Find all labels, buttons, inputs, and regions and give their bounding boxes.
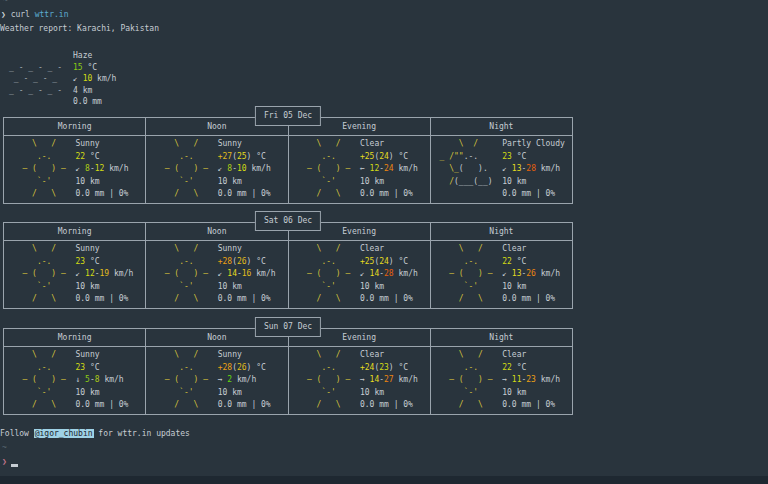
sunny-icon: \ / (150, 138, 217, 151)
forecast-line: .-. +28(26) °C (150, 362, 287, 375)
current-text: 0.0 mm (73, 96, 102, 108)
cell-text: 10 km (502, 176, 526, 189)
terminal-screen[interactable]: ~ ❯ curl wttr.in Weather report: Karachi… (0, 0, 768, 484)
bottom-bar (0, 476, 768, 484)
footer-suffix: for wttr.in updates (94, 429, 190, 438)
wttr-url-link[interactable]: wttr.in (35, 10, 69, 19)
forecast-line: `-' 10 km (8, 387, 145, 400)
sunny-icon: .-. (293, 151, 360, 164)
forecast-line: _ /"".-. 23 °C (435, 151, 572, 164)
cell-text: 0.0 mm | 0% (502, 293, 555, 306)
cell-text: 0.0 mm | 0% (75, 293, 128, 306)
forecast-line: `-' 10 km (293, 176, 430, 189)
sunny-icon: \ / (8, 243, 75, 256)
cell-text: ↙ 13-26 km/h (502, 268, 560, 281)
column-header-night: Night (431, 329, 572, 346)
sunny-icon: / \ (293, 399, 360, 412)
forecast-cell-evening: \ / Clear .-. +24(23) °C — ( ) — → 14-27… (289, 347, 431, 414)
date-label: Sat 06 Dec (255, 211, 321, 231)
column-header-night: Night (431, 223, 572, 240)
cell-text: 23 °C (75, 256, 99, 269)
sunny-icon: `-' (8, 387, 75, 400)
cell-text: 0.0 mm | 0% (360, 188, 413, 201)
forecast-cell-night: \ / Clear .-. 22 °C — ( ) — → 11-23 km/h… (431, 347, 572, 414)
sunny-icon: `-' (293, 281, 360, 294)
sunny-icon: / \ (293, 293, 360, 306)
current-line: Haze (1, 50, 116, 62)
forecast-line: \ / Sunny (150, 243, 287, 256)
sunny-icon: .-. (293, 256, 360, 269)
forecast-line: / \ 0.0 mm | 0% (435, 399, 572, 412)
cell-text: 10 km (502, 281, 526, 294)
sunny-icon: .-. (8, 256, 75, 269)
current-text: Haze (73, 50, 92, 62)
sunny-icon: `-' (150, 281, 217, 294)
forecast-cell-morning: \ / Sunny .-. 22 °C — ( ) — ↙ 8-12 km/h … (4, 136, 146, 203)
footer-note: Follow @igor_chubin for wttr.in updates (0, 428, 190, 440)
sunny-icon: `-' (8, 281, 75, 294)
date-label: Fri 05 Dec (255, 106, 321, 126)
forecast-cell-noon: \ / Sunny .-. +28(26) °C — ( ) — ↙ 14-16… (146, 241, 288, 308)
forecast-line: `-' 10 km (435, 281, 572, 294)
forecast-line: — ( ) — ↓ 5-8 km/h (8, 374, 145, 387)
sunny-icon: / \ (8, 399, 75, 412)
cell-text: 10 km (360, 176, 384, 189)
forecast-line: `-' 10 km (8, 281, 145, 294)
partly-cloudy-icon: _ /"".-. (435, 151, 502, 164)
twitter-handle-badge[interactable]: @igor_chubin (34, 429, 94, 438)
cell-text: 22 °C (502, 362, 526, 375)
sunny-icon: / \ (150, 399, 217, 412)
sunny-icon: — ( ) — (293, 374, 360, 387)
forecast-line: \ / Clear (293, 243, 430, 256)
forecast-line: — ( ) — ↙ 8-10 km/h (150, 163, 287, 176)
current-text: 15 °C (73, 62, 97, 74)
sunny-icon: `-' (8, 176, 75, 189)
forecast-line: — ( ) — → 2 km/h (150, 374, 287, 387)
sunny-icon: `-' (150, 387, 217, 400)
cell-text: 22 °C (502, 256, 526, 269)
shell-tilde: ~ (3, 0, 8, 7)
shell-tilde: ~ (2, 442, 7, 454)
cell-text: 10 km (75, 281, 99, 294)
sunny-icon: — ( ) — (435, 268, 502, 281)
prompt-icon: ❯ (2, 456, 7, 468)
forecast-line: .-. +25(24) °C (293, 256, 430, 269)
forecast-line: — ( ) — ↙ 12-19 km/h (8, 268, 145, 281)
cell-text: Clear (360, 138, 384, 151)
forecast-table-sun: Sun 07 DecMorningNoonEveningNight \ / Su… (3, 328, 573, 415)
forecast-line: \ / Clear (435, 243, 572, 256)
haze-icon: _ - _ - _ - (1, 62, 73, 74)
sunny-icon: \ / (293, 349, 360, 362)
column-header-morning: Morning (4, 329, 146, 346)
sunny-icon: — ( ) — (150, 268, 217, 281)
partly-cloudy-icon: \_( ). (435, 163, 502, 176)
sunny-icon: / \ (435, 399, 502, 412)
partly-cloudy-icon (435, 188, 502, 201)
sunny-icon: \ / (150, 349, 217, 362)
forecast-line: \ / Sunny (8, 349, 145, 362)
cell-text: 0.0 mm | 0% (218, 293, 271, 306)
sunny-icon: — ( ) — (8, 163, 75, 176)
sunny-icon: / \ (150, 188, 217, 201)
forecast-line: — ( ) — ← 12-24 km/h (293, 163, 430, 176)
cell-text: Sunny (75, 243, 99, 256)
sunny-icon: .-. (435, 256, 502, 269)
forecast-cell-morning: \ / Sunny .-. 23 °C — ( ) — ↙ 12-19 km/h… (4, 241, 146, 308)
footer-prefix: Follow (0, 429, 34, 438)
forecast-cell-evening: \ / Clear .-. +25(24) °C — ( ) — ← 12-24… (289, 136, 431, 203)
current-line: _ - _ - _ -15 °C (1, 62, 116, 74)
forecast-cell-noon: \ / Sunny .-. +28(26) °C — ( ) — → 2 km/… (146, 347, 288, 414)
cell-text: +27(25) °C (218, 151, 266, 164)
command-text: curl (6, 10, 35, 19)
forecast-line: \ / Sunny (8, 243, 145, 256)
forecast-line: / \ 0.0 mm | 0% (293, 399, 430, 412)
haze-icon: _ - _ - _ - (1, 85, 73, 97)
sunny-icon: \ / (435, 243, 502, 256)
sunny-icon: — ( ) — (293, 163, 360, 176)
haze-icon (1, 96, 73, 108)
cell-text: 23 °C (502, 151, 526, 164)
cell-text: ↙ 8-10 km/h (218, 163, 271, 176)
forecast-line: .-. 22 °C (435, 256, 572, 269)
forecast-line: .-. 22 °C (8, 151, 145, 164)
forecast-line: .-. 22 °C (435, 362, 572, 375)
